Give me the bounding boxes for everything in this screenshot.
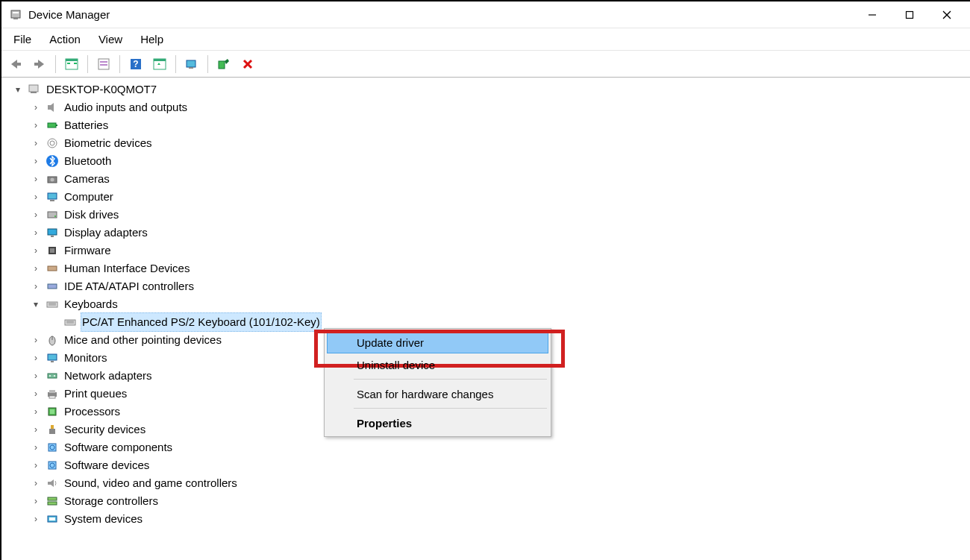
- close-button[interactable]: [928, 3, 966, 27]
- context-menu-item[interactable]: Scan for hardware changes: [327, 383, 548, 405]
- chevron-right-icon[interactable]: ›: [30, 331, 42, 349]
- device-tree[interactable]: ▾DESKTOP-K0QMOT7›Audio inputs and output…: [1, 78, 970, 560]
- forward-button[interactable]: [28, 54, 51, 75]
- back-button[interactable]: [4, 54, 27, 75]
- tree-category[interactable]: ›Batteries: [7, 116, 970, 134]
- tree-category[interactable]: ›Human Interface Devices: [7, 259, 970, 277]
- minimize-button[interactable]: [854, 3, 891, 27]
- chevron-right-icon[interactable]: ›: [30, 277, 42, 295]
- chevron-right-icon[interactable]: ›: [30, 259, 42, 277]
- svg-point-35: [50, 141, 54, 145]
- chevron-right-icon[interactable]: ›: [30, 349, 42, 367]
- tree-category[interactable]: ›Biometric devices: [7, 134, 970, 152]
- cpu-icon: [45, 404, 60, 419]
- battery-icon: [45, 118, 60, 133]
- chevron-right-icon[interactable]: ›: [30, 456, 42, 474]
- maximize-button[interactable]: [891, 3, 928, 27]
- tree-category[interactable]: ›System devices: [7, 510, 970, 528]
- tree-category-label: Computer: [63, 188, 115, 206]
- uninstall-button[interactable]: [237, 54, 259, 75]
- tree-category[interactable]: ›Disk drives: [7, 206, 970, 224]
- help-button[interactable]: ?: [125, 54, 147, 75]
- software-icon: [45, 440, 60, 455]
- chevron-right-icon[interactable]: ›: [30, 510, 42, 528]
- chevron-right-icon[interactable]: ›: [30, 474, 42, 492]
- chevron-right-icon[interactable]: ›: [30, 134, 42, 152]
- camera-icon: [45, 172, 60, 186]
- printer-icon: [45, 386, 60, 401]
- add-hardware-button[interactable]: [213, 54, 235, 75]
- chevron-right-icon[interactable]: ›: [30, 385, 42, 403]
- svg-rect-47: [48, 266, 57, 271]
- hid-icon: [45, 261, 60, 276]
- tree-category-label: Network adapters: [63, 367, 154, 385]
- tree-category[interactable]: ›Storage controllers: [7, 492, 970, 510]
- chevron-right-icon[interactable]: ›: [30, 403, 42, 421]
- chevron-right-icon[interactable]: ›: [30, 98, 42, 116]
- chevron-right-icon[interactable]: ›: [30, 421, 42, 438]
- tree-category[interactable]: ›Display adapters: [7, 224, 970, 242]
- tree-category[interactable]: ›Computer: [7, 188, 970, 206]
- context-menu-item[interactable]: Uninstall device: [327, 353, 548, 376]
- tree-category[interactable]: ▾Keyboards: [7, 295, 970, 313]
- menubar: File Action View Help: [1, 28, 970, 51]
- chevron-down-icon[interactable]: ▾: [12, 81, 24, 98]
- sound-icon: [45, 476, 60, 491]
- svg-rect-16: [100, 61, 107, 63]
- chevron-right-icon[interactable]: ›: [30, 170, 42, 188]
- tree-category-label: Display adapters: [63, 224, 149, 242]
- svg-rect-1: [13, 12, 19, 13]
- context-menu-item[interactable]: Update driver: [327, 331, 548, 353]
- tree-category[interactable]: ›Software devices: [7, 456, 970, 474]
- network-icon: [45, 368, 60, 383]
- svg-rect-66: [50, 409, 54, 414]
- svg-marker-7: [11, 60, 17, 69]
- tree-category-label: Software components: [63, 438, 174, 456]
- tree-category[interactable]: ›Cameras: [7, 170, 970, 188]
- chevron-right-icon[interactable]: ›: [30, 242, 42, 259]
- chevron-right-icon[interactable]: ›: [30, 206, 42, 224]
- tree-device-label: PC/AT Enhanced PS/2 Keyboard (101/102-Ke…: [81, 312, 322, 332]
- chevron-right-icon[interactable]: ›: [30, 152, 42, 170]
- svg-rect-43: [48, 229, 57, 235]
- svg-rect-24: [189, 67, 193, 69]
- chevron-down-icon[interactable]: ▾: [30, 295, 42, 313]
- tree-category[interactable]: ›Software components: [7, 438, 970, 456]
- menu-help[interactable]: Help: [131, 30, 172, 48]
- chevron-right-icon[interactable]: ›: [30, 116, 42, 134]
- content-area: ▾DESKTOP-K0QMOT7›Audio inputs and output…: [1, 78, 970, 560]
- menu-file[interactable]: File: [4, 30, 40, 48]
- svg-rect-25: [219, 61, 225, 69]
- chevron-right-icon[interactable]: ›: [30, 367, 42, 385]
- context-menu-item[interactable]: Properties: [327, 412, 548, 434]
- scan-hardware-button[interactable]: [181, 54, 203, 75]
- menu-action[interactable]: Action: [40, 30, 90, 48]
- svg-marker-9: [38, 60, 44, 69]
- window-title: Device Manager: [28, 8, 110, 21]
- show-hide-console-button[interactable]: [60, 54, 83, 75]
- svg-rect-30: [31, 92, 37, 93]
- tree-root[interactable]: ▾DESKTOP-K0QMOT7: [7, 81, 970, 98]
- update-driver-button[interactable]: [148, 54, 171, 75]
- keyboard-icon: [63, 315, 78, 330]
- disk-icon: [45, 207, 60, 222]
- tree-category[interactable]: ›Bluetooth: [7, 152, 970, 170]
- chevron-right-icon[interactable]: ›: [30, 224, 42, 242]
- svg-rect-64: [49, 396, 55, 398]
- chevron-right-icon[interactable]: ›: [30, 188, 42, 206]
- tree-category-label: Cameras: [63, 170, 111, 188]
- chevron-right-icon[interactable]: ›: [30, 438, 42, 456]
- svg-rect-40: [50, 200, 54, 201]
- chevron-right-icon[interactable]: ›: [30, 492, 42, 510]
- tree-category[interactable]: ›Sound, video and game controllers: [7, 474, 970, 492]
- properties-button[interactable]: [93, 54, 115, 75]
- svg-rect-59: [48, 374, 57, 378]
- menu-view[interactable]: View: [90, 30, 131, 48]
- svg-rect-48: [48, 284, 57, 289]
- display-icon: [45, 225, 60, 240]
- storage-icon: [45, 494, 60, 509]
- svg-point-61: [54, 375, 55, 377]
- tree-category[interactable]: ›Firmware: [7, 242, 970, 259]
- tree-category[interactable]: ›Audio inputs and outputs: [7, 98, 970, 116]
- tree-category[interactable]: ›IDE ATA/ATAPI controllers: [7, 277, 970, 295]
